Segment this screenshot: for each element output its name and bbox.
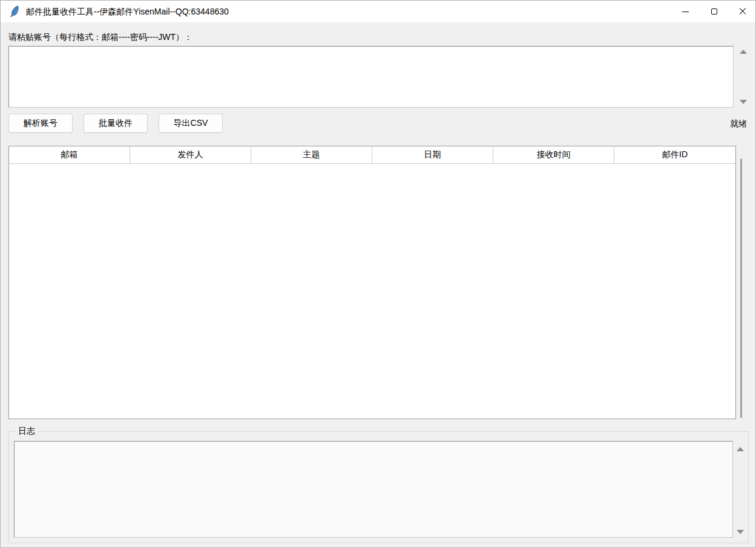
maximize-icon [711, 8, 717, 15]
accounts-input-label: 请粘贴账号（每行格式：邮箱----密码----JWT）： [8, 32, 192, 43]
log-scrollbar[interactable] [734, 445, 745, 536]
scroll-up-icon[interactable] [740, 50, 747, 54]
accounts-scrollbar[interactable] [737, 48, 748, 106]
export-csv-button[interactable]: 导出CSV [159, 114, 223, 133]
mail-table: 邮箱 发件人 主题 日期 接收时间 邮件ID [8, 146, 736, 419]
table-scrollbar-thumb[interactable] [740, 158, 742, 418]
column-header-date[interactable]: 日期 [372, 146, 493, 163]
column-header-subject[interactable]: 主题 [251, 146, 372, 163]
close-icon [739, 8, 746, 15]
log-frame-label: 日志 [16, 426, 38, 437]
close-button[interactable] [728, 1, 756, 22]
mail-table-body[interactable] [9, 164, 735, 419]
column-header-receive-time[interactable]: 接收时间 [493, 146, 614, 163]
parse-accounts-button[interactable]: 解析账号 [8, 114, 73, 133]
batch-receive-button[interactable]: 批量收件 [84, 114, 148, 133]
log-frame: 日志 [8, 431, 749, 543]
log-output[interactable] [14, 441, 733, 538]
python-feather-icon [8, 5, 21, 18]
column-header-mail-id[interactable]: 邮件ID [614, 146, 735, 163]
scroll-up-icon[interactable] [737, 447, 744, 451]
scroll-down-icon[interactable] [737, 530, 744, 534]
status-text: 就绪 [730, 119, 747, 129]
maximize-button[interactable] [700, 1, 728, 22]
column-header-sender[interactable]: 发件人 [130, 146, 251, 163]
scroll-down-icon[interactable] [740, 100, 747, 104]
accounts-input[interactable] [8, 46, 734, 108]
window-title: 邮件批量收件工具--伊森邮件YisenMail--QQ:63448630 [26, 1, 229, 22]
minimize-icon [682, 11, 689, 12]
mail-table-header: 邮箱 发件人 主题 日期 接收时间 邮件ID [9, 146, 735, 164]
column-header-email[interactable]: 邮箱 [9, 146, 130, 163]
app-window: { "window": { "title": "邮件批量收件工具--伊森邮件Yi… [0, 0, 756, 548]
minimize-button[interactable] [671, 1, 700, 22]
window-controls [671, 1, 756, 22]
titlebar: 邮件批量收件工具--伊森邮件YisenMail--QQ:63448630 [1, 1, 756, 22]
